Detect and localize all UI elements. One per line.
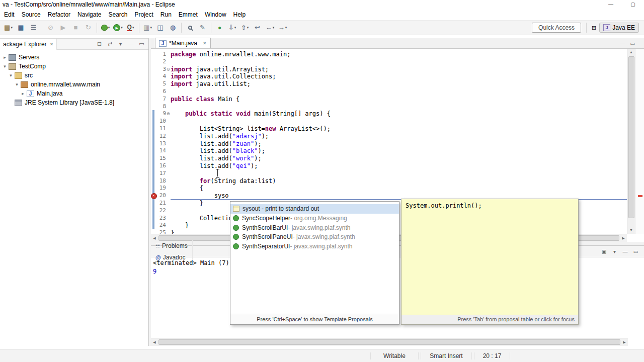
restart-server-icon[interactable]: ↻ bbox=[83, 22, 94, 34]
gutter-marker-column[interactable] bbox=[151, 58, 157, 66]
save-icon[interactable]: ▦ bbox=[15, 22, 27, 34]
code-line[interactable]: 16 list.add("qei"); bbox=[151, 162, 627, 170]
gutter-marker-column[interactable] bbox=[151, 66, 157, 73]
code-line[interactable]: 4import java.util.Collections; bbox=[151, 73, 627, 80]
maximize-view-icon[interactable]: ▭ bbox=[630, 249, 641, 254]
proposal-item[interactable]: sysout - print to standard out bbox=[230, 204, 399, 214]
code-line[interactable]: 18 for(String data:list) bbox=[151, 177, 627, 185]
gutter-marker-column[interactable] bbox=[151, 192, 157, 200]
tab-problems[interactable]: ☷Problems bbox=[151, 240, 193, 251]
scrollbar-thumb[interactable] bbox=[628, 56, 634, 218]
view-menu-icon[interactable]: ▾ bbox=[609, 249, 620, 254]
tree-expander-icon[interactable]: ▸ bbox=[20, 91, 26, 96]
gutter-marker-column[interactable] bbox=[151, 229, 157, 234]
code-line[interactable]: 5import java.util.List; bbox=[151, 80, 627, 88]
new-wizard-icon[interactable]: ▤▾ bbox=[3, 22, 14, 34]
gutter-marker-column[interactable] bbox=[151, 170, 157, 177]
code-line[interactable]: 9⊖ public static void main(String[] args… bbox=[151, 110, 627, 118]
gutter-marker-column[interactable] bbox=[151, 73, 157, 80]
menu-edit[interactable]: Edit bbox=[1, 10, 18, 20]
gutter-marker-column[interactable] bbox=[151, 185, 157, 192]
maximize-button-icon[interactable]: ▢ bbox=[622, 0, 644, 9]
error-marker[interactable] bbox=[638, 195, 642, 197]
gutter-marker-column[interactable] bbox=[151, 140, 157, 148]
back-icon[interactable]: ←▾ bbox=[264, 22, 276, 34]
menu-help[interactable]: Help bbox=[230, 10, 250, 20]
proposal-item[interactable]: SyncScopeHelper - org.omg.Messaging bbox=[230, 214, 399, 223]
stop-server-icon[interactable]: ■ bbox=[70, 22, 82, 34]
search-icon[interactable] bbox=[184, 22, 196, 34]
gutter-marker-column[interactable] bbox=[151, 51, 157, 58]
proposal-item[interactable]: SynthScrollBarUI - javax.swing.plaf.synt… bbox=[230, 223, 399, 232]
quick-access-button[interactable]: Quick Access bbox=[532, 23, 581, 33]
gutter-marker-column[interactable] bbox=[151, 133, 157, 140]
tree-item-src[interactable]: ▾src bbox=[0, 71, 148, 80]
code-line[interactable]: 17 bbox=[151, 170, 627, 177]
editor-vertical-scrollbar[interactable]: ▲ ▼ bbox=[627, 49, 635, 234]
scroll-left-icon[interactable]: ◀ bbox=[151, 338, 158, 346]
tree-expander-icon[interactable]: ▾ bbox=[14, 82, 20, 87]
next-annotation-icon[interactable]: ⇩▾ bbox=[226, 22, 238, 34]
menu-project[interactable]: Project bbox=[131, 10, 156, 20]
console-horizontal-scrollbar[interactable]: ◀ ▶ bbox=[151, 338, 628, 346]
gutter-marker-column[interactable] bbox=[151, 155, 157, 162]
minimize-button-icon[interactable]: — bbox=[600, 0, 622, 9]
maximize-view-icon[interactable]: ▭ bbox=[630, 41, 635, 46]
gutter-marker-column[interactable] bbox=[151, 125, 157, 133]
minimize-view-icon[interactable]: — bbox=[620, 41, 625, 46]
run-icon[interactable]: ▶▾ bbox=[112, 22, 124, 34]
code-line[interactable]: 3⊖import java.util.ArrayList; bbox=[151, 66, 627, 73]
package-explorer-tab[interactable]: ackage Explorer ✕ bbox=[0, 39, 57, 50]
gutter-marker-column[interactable] bbox=[151, 147, 157, 155]
code-line[interactable]: 1package online.mrwallet.www.main; bbox=[151, 51, 627, 58]
last-edit-location-icon[interactable]: ↩ bbox=[252, 22, 263, 34]
code-line[interactable]: 7public class Main { bbox=[151, 96, 627, 103]
code-line[interactable]: 13 list.add("zuan"); bbox=[151, 140, 627, 148]
code-line[interactable]: 15 list.add("work"); bbox=[151, 155, 627, 162]
scrollbar-thumb[interactable] bbox=[158, 339, 620, 345]
menu-source[interactable]: Source bbox=[18, 10, 44, 20]
code-line[interactable]: 10 bbox=[151, 118, 627, 125]
scroll-down-icon[interactable]: ▼ bbox=[627, 227, 635, 234]
open-perspective-icon[interactable]: ⊞ bbox=[592, 25, 596, 31]
menu-emmet[interactable]: Emmet bbox=[175, 10, 201, 20]
previous-annotation-icon[interactable]: ⇧▾ bbox=[239, 22, 251, 34]
tree-expander-icon[interactable]: ▸ bbox=[2, 55, 8, 60]
code-line[interactable]: 11 List<String> list=new ArrayList<>(); bbox=[151, 125, 627, 133]
proposal-item[interactable]: SynthSeparatorUI - javax.swing.plaf.synt… bbox=[230, 242, 399, 251]
minimize-view-icon[interactable]: — bbox=[126, 41, 136, 47]
pin-console-icon[interactable]: ▣ bbox=[599, 249, 609, 254]
gutter-marker-column[interactable] bbox=[151, 200, 157, 207]
tree-item-main-java[interactable]: ▸JMain.java bbox=[0, 89, 148, 98]
code-line[interactable]: 14 list.add("black"); bbox=[151, 147, 627, 155]
menu-window[interactable]: Window bbox=[201, 10, 230, 20]
new-servlet-icon[interactable]: ◫ bbox=[154, 22, 166, 34]
scroll-right-icon[interactable]: ▶ bbox=[621, 338, 628, 346]
gutter-marker-column[interactable] bbox=[151, 118, 157, 125]
proposal-item[interactable]: SynthScrollPaneUI - javax.swing.plaf.syn… bbox=[230, 232, 399, 242]
menu-navigate[interactable]: Navigate bbox=[74, 10, 105, 20]
tree-item-testcomp[interactable]: ▾TestComp bbox=[0, 62, 148, 71]
scroll-up-icon[interactable]: ▲ bbox=[627, 49, 635, 56]
code-line[interactable]: 19 { bbox=[151, 185, 627, 192]
external-tools-icon[interactable]: Q▾ bbox=[125, 22, 136, 34]
gutter-marker-column[interactable] bbox=[151, 215, 157, 222]
scroll-right-icon[interactable]: ▶ bbox=[620, 234, 627, 242]
code-line[interactable]: 8 bbox=[151, 103, 627, 111]
gutter-marker-column[interactable] bbox=[151, 222, 157, 229]
gutter-marker-column[interactable] bbox=[151, 103, 157, 111]
mark-occurrences-icon[interactable]: ✎ bbox=[197, 22, 208, 34]
fold-marker-icon[interactable]: ⊖ bbox=[166, 110, 171, 118]
skip-breakpoints-icon[interactable]: ⊘ bbox=[45, 22, 56, 34]
gutter-marker-column[interactable] bbox=[151, 177, 157, 185]
close-icon[interactable]: ✕ bbox=[50, 42, 54, 47]
link-with-editor-icon[interactable]: ⇄ bbox=[105, 41, 115, 47]
maximize-view-icon[interactable]: ▭ bbox=[136, 41, 147, 47]
menu-search[interactable]: Search bbox=[105, 10, 131, 20]
close-icon[interactable]: ✕ bbox=[203, 41, 207, 46]
gutter-marker-column[interactable] bbox=[151, 96, 157, 103]
print-icon[interactable]: ☰ bbox=[28, 22, 39, 34]
code-line[interactable]: 12 list.add("adarsj"); bbox=[151, 133, 627, 140]
code-line[interactable]: 6 bbox=[151, 88, 627, 96]
view-menu-icon[interactable]: ▾ bbox=[115, 41, 126, 47]
